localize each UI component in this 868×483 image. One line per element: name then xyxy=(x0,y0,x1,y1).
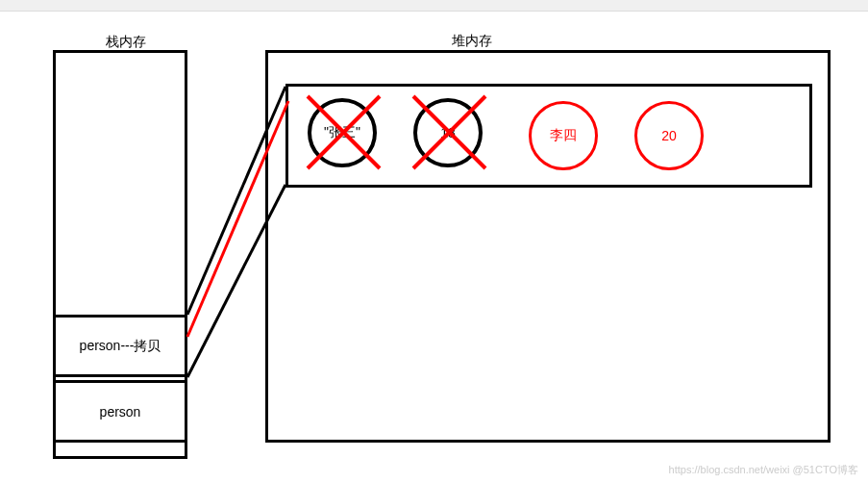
heap-memory-label: 堆内存 xyxy=(452,33,492,50)
heap-value-age-old: 18 xyxy=(413,98,483,167)
stack-memory-label: 栈内存 xyxy=(106,34,146,51)
circle-text: 李四 xyxy=(550,127,577,144)
stack-slot-label: person---拷贝 xyxy=(80,338,161,355)
watermark-text: https://blog.csdn.net/weixi @51CTO博客 xyxy=(669,463,858,477)
stack-slot-person: person xyxy=(53,380,187,443)
heap-value-age-new: 20 xyxy=(634,101,704,170)
stack-slot-label: person xyxy=(100,404,141,419)
circle-text: 18 xyxy=(440,125,456,140)
heap-value-name-old: "张三" xyxy=(308,98,377,167)
circle-text: "张三" xyxy=(324,124,360,141)
stack-slot-person-copy: person---拷贝 xyxy=(53,315,187,377)
editor-top-bar xyxy=(0,0,868,12)
heap-value-name-new: 李四 xyxy=(529,101,598,170)
circle-text: 20 xyxy=(661,128,677,143)
